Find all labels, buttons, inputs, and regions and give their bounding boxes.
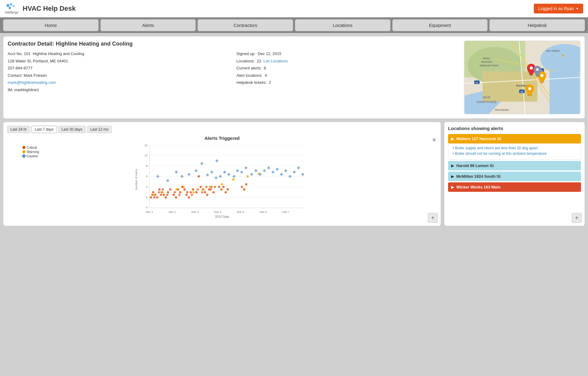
address-row: 128 Water St, Portland, ME 04401 xyxy=(8,58,230,64)
svg-text:10: 10 xyxy=(144,154,147,157)
nav-tab-contractors[interactable]: Contractors xyxy=(198,19,293,31)
nav-tab-alerts[interactable]: Alerts xyxy=(100,19,196,31)
alert-location-walters[interactable]: ▶ Walters 127 Hancock St Boiler supply a… xyxy=(448,134,581,160)
wicker-header[interactable]: ▶ Wicker Works 163 Main xyxy=(448,182,581,192)
mcmillan-header[interactable]: ▶ McMillan 1824 South St xyxy=(448,172,581,181)
walters-header[interactable]: ▶ Walters 127 Hancock St xyxy=(448,134,581,143)
svg-point-95 xyxy=(222,186,224,188)
signed-up-value: Dec 12, 2015 xyxy=(258,51,281,56)
chart-area: Critical Warning Caution xyxy=(7,143,437,222)
chart-tab-24hr[interactable]: Last 24 hr xyxy=(7,126,30,133)
chart-tab-7days[interactable]: Last 7 days xyxy=(31,126,57,133)
svg-point-98 xyxy=(241,186,243,188)
walters-arrow-icon: ▶ xyxy=(451,137,454,141)
svg-point-64 xyxy=(150,196,152,199)
harold-header[interactable]: ▶ Harold 96 Lemon St xyxy=(448,161,581,170)
svg-rect-151 xyxy=(276,168,279,171)
alert-location-mcmillan[interactable]: ▶ McMillan 1824 South St xyxy=(448,172,581,181)
email-link[interactable]: mark@highlineheating.com xyxy=(8,80,56,85)
svg-rect-131 xyxy=(180,175,184,178)
email-row[interactable]: mark@highlineheating.com xyxy=(8,80,230,86)
chevron-down-icon: ▼ xyxy=(576,7,579,10)
walters-alert-1: Boiler supply and return are less than 2… xyxy=(453,146,576,150)
svg-point-104 xyxy=(160,194,162,196)
svg-point-32 xyxy=(530,66,533,69)
app-title: HVAC Help Desk xyxy=(23,5,76,13)
contractor-detail-card: Contractor Detail: Highline Heating and … xyxy=(3,36,585,119)
svg-text:Mar 4: Mar 4 xyxy=(214,210,221,214)
svg-text:6: 6 xyxy=(146,175,148,178)
svg-rect-139 xyxy=(223,170,226,174)
alert-location-wicker[interactable]: ▶ Wicker Works 163 Main xyxy=(448,182,581,192)
svg-point-86 xyxy=(200,186,202,188)
helpdesk-tickets-value: 2 xyxy=(269,80,271,85)
svg-text:8: 8 xyxy=(146,164,148,167)
svg-rect-146 xyxy=(254,169,258,173)
warning-label: Warning xyxy=(27,150,39,154)
chart-legend: Critical Warning Caution xyxy=(22,146,39,158)
chart-tab-12mo[interactable]: Last 12 mo xyxy=(87,126,112,133)
svg-text:0: 0 xyxy=(146,206,148,209)
helpdesk-tickets-label: Helpdesk tickets: xyxy=(236,80,266,85)
svg-point-115 xyxy=(209,188,212,191)
login-button[interactable]: Logged in as Ryan ▼ xyxy=(534,4,583,13)
contact-name: Mark Friesen xyxy=(24,73,47,78)
alerts-panel-title: Locations showing alerts xyxy=(448,126,581,131)
alerts-expand-button[interactable]: + xyxy=(572,213,582,223)
intellergy-logo: intellergy xyxy=(5,2,20,15)
svg-rect-128 xyxy=(156,175,160,178)
chart-tab-30days[interactable]: Last 30 days xyxy=(58,126,86,133)
svg-point-114 xyxy=(205,186,207,188)
svg-point-2 xyxy=(13,5,14,7)
alert-location-harold[interactable]: ▶ Harold 96 Lemon St xyxy=(448,161,581,170)
svg-point-122 xyxy=(202,188,205,191)
svg-point-108 xyxy=(178,194,180,196)
svg-rect-156 xyxy=(297,166,300,169)
svg-rect-150 xyxy=(271,170,275,174)
svg-text:Mar 2: Mar 2 xyxy=(169,210,176,214)
svg-rect-144 xyxy=(244,166,248,169)
svg-point-36 xyxy=(536,68,539,71)
svg-rect-140 xyxy=(227,173,231,176)
mcmillan-arrow-icon: ▶ xyxy=(451,174,454,179)
helpdesk-tickets-row: Helpdesk tickets: 2 xyxy=(236,80,459,86)
svg-point-116 xyxy=(214,186,216,188)
svg-rect-148 xyxy=(263,169,266,173)
svg-point-34 xyxy=(541,74,544,77)
harold-arrow-icon: ▶ xyxy=(451,164,454,168)
chart-tabs: Last 24 hr Last 7 days Last 30 days Last… xyxy=(7,126,437,133)
svg-point-113 xyxy=(201,191,203,193)
locations-row: Locations: 22 List Locations xyxy=(236,58,459,64)
svg-text:★: ★ xyxy=(561,53,565,58)
svg-point-126 xyxy=(247,175,249,177)
svg-rect-157 xyxy=(301,173,304,176)
svg-rect-137 xyxy=(214,176,218,180)
nav-tab-home[interactable]: Home xyxy=(3,19,99,31)
map-area: White Mountain National Forest Portland … xyxy=(464,41,580,114)
harold-name: Harold 96 Lemon St xyxy=(456,163,494,168)
svg-point-68 xyxy=(158,188,160,191)
critical-dot xyxy=(22,146,25,149)
nav-tab-equipment[interactable]: Equipment xyxy=(392,19,488,31)
svg-text:Number of Alerts: Number of Alerts xyxy=(135,169,138,190)
svg-point-1 xyxy=(10,3,12,6)
nav-tab-locations[interactable]: Locations xyxy=(295,19,390,31)
svg-rect-135 xyxy=(206,173,209,177)
svg-rect-158 xyxy=(215,159,219,162)
chart-expand-button[interactable]: + xyxy=(428,213,438,223)
svg-rect-154 xyxy=(288,175,292,178)
contractor-detail-title: Contractor Detail: Highline Heating and … xyxy=(8,41,459,47)
svg-point-65 xyxy=(152,191,154,193)
alert-locations-label: Alert locations: xyxy=(236,73,262,78)
nav-tab-helpdesk[interactable]: Helpdesk xyxy=(489,19,585,31)
chart-card: Last 24 hr Last 7 days Last 30 days Last… xyxy=(3,122,441,226)
svg-point-70 xyxy=(163,194,165,196)
svg-rect-133 xyxy=(194,169,198,173)
svg-point-107 xyxy=(174,191,176,193)
chart-svg: 0 2 4 6 8 10 12 Number of Alerts Mar 1 M… xyxy=(7,143,437,222)
svg-point-0 xyxy=(6,4,9,7)
chart-menu-icon[interactable]: ≡ xyxy=(432,137,436,143)
walters-alert-2: Boiler should not be running at this amb… xyxy=(453,151,576,156)
svg-text:4: 4 xyxy=(146,185,148,188)
list-locations-link[interactable]: List Locations xyxy=(263,59,288,63)
